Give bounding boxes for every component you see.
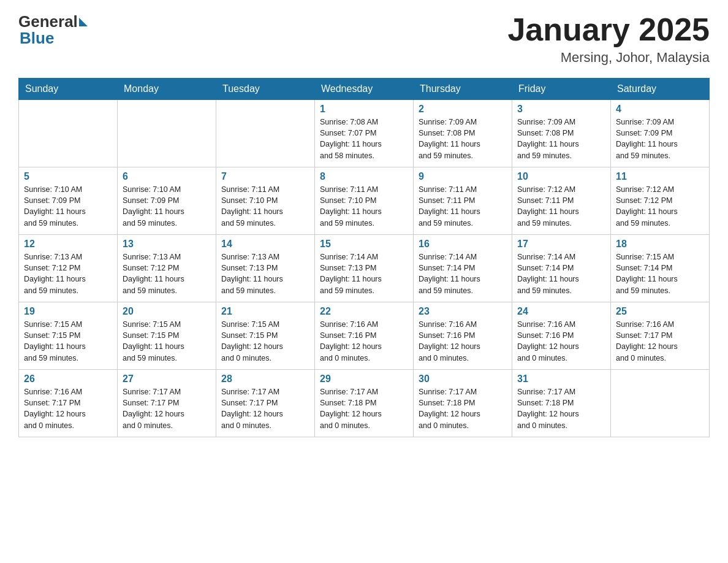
- day-info: Sunrise: 7:09 AMSunset: 7:08 PMDaylight:…: [517, 117, 605, 161]
- calendar-cell: 15Sunrise: 7:14 AMSunset: 7:13 PMDayligh…: [315, 235, 414, 302]
- day-of-week-header: Saturday: [611, 79, 710, 100]
- day-info: Sunrise: 7:17 AMSunset: 7:18 PMDaylight:…: [419, 386, 507, 431]
- calendar-cell: 12Sunrise: 7:13 AMSunset: 7:12 PMDayligh…: [19, 235, 118, 302]
- day-number: 13: [123, 239, 211, 250]
- day-number: 5: [24, 171, 112, 182]
- day-info: Sunrise: 7:15 AMSunset: 7:14 PMDaylight:…: [616, 251, 704, 296]
- calendar-cell: 29Sunrise: 7:17 AMSunset: 7:18 PMDayligh…: [315, 370, 414, 437]
- day-number: 2: [419, 104, 507, 115]
- calendar-week-row: 26Sunrise: 7:16 AMSunset: 7:17 PMDayligh…: [19, 370, 710, 437]
- day-info: Sunrise: 7:13 AMSunset: 7:13 PMDaylight:…: [221, 251, 309, 296]
- calendar-cell: 20Sunrise: 7:15 AMSunset: 7:15 PMDayligh…: [118, 302, 216, 370]
- day-info: Sunrise: 7:15 AMSunset: 7:15 PMDaylight:…: [123, 319, 211, 364]
- calendar-cell: 1Sunrise: 7:08 AMSunset: 7:07 PMDaylight…: [315, 100, 414, 167]
- day-number: 1: [320, 104, 408, 115]
- day-of-week-header: Friday: [512, 79, 611, 100]
- calendar-cell: 28Sunrise: 7:17 AMSunset: 7:17 PMDayligh…: [216, 370, 315, 437]
- day-info: Sunrise: 7:11 AMSunset: 7:10 PMDaylight:…: [221, 184, 309, 229]
- calendar-cell: 9Sunrise: 7:11 AMSunset: 7:11 PMDaylight…: [414, 167, 512, 235]
- logo: General Blue: [18, 12, 89, 48]
- day-info: Sunrise: 7:12 AMSunset: 7:11 PMDaylight:…: [517, 184, 605, 229]
- day-number: 4: [616, 104, 704, 115]
- day-of-week-header: Thursday: [414, 79, 512, 100]
- day-number: 26: [24, 373, 112, 385]
- calendar-cell: 19Sunrise: 7:15 AMSunset: 7:15 PMDayligh…: [19, 302, 118, 370]
- calendar-cell: 4Sunrise: 7:09 AMSunset: 7:09 PMDaylight…: [611, 100, 710, 167]
- calendar-cell: 7Sunrise: 7:11 AMSunset: 7:10 PMDaylight…: [216, 167, 315, 235]
- day-info: Sunrise: 7:16 AMSunset: 7:16 PMDaylight:…: [419, 319, 507, 364]
- calendar-cell: 2Sunrise: 7:09 AMSunset: 7:08 PMDaylight…: [414, 100, 512, 167]
- location-title: Mersing, Johor, Malaysia: [507, 50, 710, 66]
- calendar-cell: [611, 370, 710, 437]
- day-info: Sunrise: 7:13 AMSunset: 7:12 PMDaylight:…: [123, 251, 211, 296]
- day-of-week-header: Monday: [118, 79, 216, 100]
- day-info: Sunrise: 7:11 AMSunset: 7:11 PMDaylight:…: [419, 184, 507, 229]
- calendar-cell: [216, 100, 315, 167]
- day-number: 14: [221, 239, 309, 250]
- calendar-table: SundayMondayTuesdayWednesdayThursdayFrid…: [18, 78, 710, 437]
- calendar-week-row: 1Sunrise: 7:08 AMSunset: 7:07 PMDaylight…: [19, 100, 710, 167]
- calendar-cell: [118, 100, 216, 167]
- day-number: 30: [419, 373, 507, 385]
- calendar-cell: 18Sunrise: 7:15 AMSunset: 7:14 PMDayligh…: [611, 235, 710, 302]
- calendar-cell: 23Sunrise: 7:16 AMSunset: 7:16 PMDayligh…: [414, 302, 512, 370]
- day-number: 10: [517, 171, 605, 182]
- day-number: 9: [419, 171, 507, 182]
- calendar-cell: 14Sunrise: 7:13 AMSunset: 7:13 PMDayligh…: [216, 235, 315, 302]
- calendar-header-row: SundayMondayTuesdayWednesdayThursdayFrid…: [19, 79, 710, 100]
- day-info: Sunrise: 7:10 AMSunset: 7:09 PMDaylight:…: [24, 184, 112, 229]
- day-info: Sunrise: 7:17 AMSunset: 7:18 PMDaylight:…: [320, 386, 408, 431]
- calendar-cell: 26Sunrise: 7:16 AMSunset: 7:17 PMDayligh…: [19, 370, 118, 437]
- day-number: 6: [123, 171, 211, 182]
- title-section: January 2025 Mersing, Johor, Malaysia: [507, 12, 710, 66]
- logo-blue-text: Blue: [20, 29, 54, 48]
- day-info: Sunrise: 7:16 AMSunset: 7:17 PMDaylight:…: [24, 386, 112, 431]
- day-number: 21: [221, 306, 309, 317]
- day-info: Sunrise: 7:15 AMSunset: 7:15 PMDaylight:…: [221, 319, 309, 364]
- page-header: General Blue January 2025 Mersing, Johor…: [18, 12, 710, 66]
- day-number: 3: [517, 104, 605, 115]
- calendar-cell: [19, 100, 118, 167]
- day-of-week-header: Tuesday: [216, 79, 315, 100]
- calendar-cell: 17Sunrise: 7:14 AMSunset: 7:14 PMDayligh…: [512, 235, 611, 302]
- calendar-cell: 11Sunrise: 7:12 AMSunset: 7:12 PMDayligh…: [611, 167, 710, 235]
- day-info: Sunrise: 7:14 AMSunset: 7:14 PMDaylight:…: [419, 251, 507, 296]
- day-info: Sunrise: 7:14 AMSunset: 7:14 PMDaylight:…: [517, 251, 605, 296]
- day-number: 25: [616, 306, 704, 317]
- calendar-cell: 31Sunrise: 7:17 AMSunset: 7:18 PMDayligh…: [512, 370, 611, 437]
- day-info: Sunrise: 7:08 AMSunset: 7:07 PMDaylight:…: [320, 117, 408, 161]
- calendar-cell: 13Sunrise: 7:13 AMSunset: 7:12 PMDayligh…: [118, 235, 216, 302]
- calendar-week-row: 5Sunrise: 7:10 AMSunset: 7:09 PMDaylight…: [19, 167, 710, 235]
- day-info: Sunrise: 7:10 AMSunset: 7:09 PMDaylight:…: [123, 184, 211, 229]
- day-info: Sunrise: 7:14 AMSunset: 7:13 PMDaylight:…: [320, 251, 408, 296]
- day-info: Sunrise: 7:17 AMSunset: 7:18 PMDaylight:…: [517, 386, 605, 431]
- calendar-cell: 21Sunrise: 7:15 AMSunset: 7:15 PMDayligh…: [216, 302, 315, 370]
- day-number: 23: [419, 306, 507, 317]
- day-info: Sunrise: 7:16 AMSunset: 7:16 PMDaylight:…: [517, 319, 605, 364]
- calendar-cell: 3Sunrise: 7:09 AMSunset: 7:08 PMDaylight…: [512, 100, 611, 167]
- calendar-cell: 6Sunrise: 7:10 AMSunset: 7:09 PMDaylight…: [118, 167, 216, 235]
- calendar-week-row: 12Sunrise: 7:13 AMSunset: 7:12 PMDayligh…: [19, 235, 710, 302]
- calendar-cell: 30Sunrise: 7:17 AMSunset: 7:18 PMDayligh…: [414, 370, 512, 437]
- day-info: Sunrise: 7:15 AMSunset: 7:15 PMDaylight:…: [24, 319, 112, 364]
- day-number: 7: [221, 171, 309, 182]
- day-info: Sunrise: 7:09 AMSunset: 7:08 PMDaylight:…: [419, 117, 507, 161]
- day-info: Sunrise: 7:17 AMSunset: 7:17 PMDaylight:…: [123, 386, 211, 431]
- day-number: 28: [221, 373, 309, 385]
- calendar-week-row: 19Sunrise: 7:15 AMSunset: 7:15 PMDayligh…: [19, 302, 710, 370]
- day-number: 22: [320, 306, 408, 317]
- day-number: 8: [320, 171, 408, 182]
- day-number: 16: [419, 239, 507, 250]
- month-title: January 2025: [507, 12, 710, 47]
- day-info: Sunrise: 7:09 AMSunset: 7:09 PMDaylight:…: [616, 117, 704, 161]
- day-number: 20: [123, 306, 211, 317]
- calendar-cell: 10Sunrise: 7:12 AMSunset: 7:11 PMDayligh…: [512, 167, 611, 235]
- day-number: 17: [517, 239, 605, 250]
- calendar-cell: 25Sunrise: 7:16 AMSunset: 7:17 PMDayligh…: [611, 302, 710, 370]
- day-number: 31: [517, 373, 605, 385]
- day-number: 18: [616, 239, 704, 250]
- calendar-cell: 5Sunrise: 7:10 AMSunset: 7:09 PMDaylight…: [19, 167, 118, 235]
- day-number: 12: [24, 239, 112, 250]
- calendar-cell: 22Sunrise: 7:16 AMSunset: 7:16 PMDayligh…: [315, 302, 414, 370]
- day-of-week-header: Sunday: [19, 79, 118, 100]
